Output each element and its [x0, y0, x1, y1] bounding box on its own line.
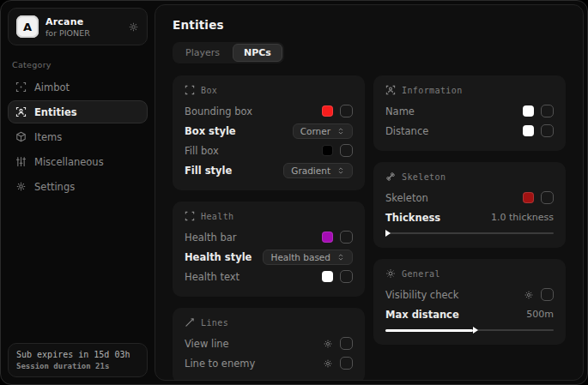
entity-type-tabs: Players NPCs	[173, 42, 284, 63]
color-swatch[interactable]	[322, 105, 333, 117]
lines-card: Lines View line Line to enemy	[173, 308, 365, 381]
sidebar-item-label: Aimbot	[34, 81, 70, 93]
max-distance-row: Max distance 500m	[385, 304, 554, 324]
sidebar-item-entities[interactable]: Entities	[8, 100, 148, 123]
bounding-box-checkbox[interactable]	[340, 105, 353, 117]
health-style-dropdown[interactable]: Health based	[263, 250, 353, 265]
sidebar-item-aimbot[interactable]: Aimbot	[8, 75, 148, 99]
unfold-icon	[336, 253, 345, 262]
box-card: Box Bounding box Box style Corner	[173, 75, 365, 190]
gear-icon[interactable]	[323, 358, 333, 369]
card-title: Lines	[201, 318, 228, 328]
slider-handle[interactable]	[473, 327, 478, 334]
health-card: Health Health bar Health style Health ba…	[173, 202, 365, 297]
row-label: Health text	[185, 271, 239, 283]
max-distance-slider[interactable]	[385, 326, 554, 334]
sidebar-nav: Aimbot Entities Items Miscellaneous Sett…	[8, 75, 148, 198]
row-label: Max distance	[385, 309, 459, 321]
page-title: Entities	[173, 18, 566, 32]
dropdown-value: Health based	[270, 252, 330, 262]
color-swatch[interactable]	[322, 232, 333, 243]
gear-icon	[15, 181, 27, 192]
color-swatch[interactable]	[322, 271, 333, 282]
max-distance-value: 500m	[526, 309, 554, 320]
row-label: Health style	[185, 251, 252, 263]
color-swatch[interactable]	[523, 105, 534, 117]
health-bar-row: Health bar	[185, 227, 353, 247]
card-title: General	[402, 269, 440, 279]
information-card: Information Name Distance	[373, 75, 566, 151]
thickness-slider[interactable]	[385, 229, 554, 238]
visibility-check-row: Visibility check	[385, 285, 554, 304]
app-name: Arcane	[45, 16, 90, 27]
unfold-icon	[336, 127, 345, 135]
thickness-row: Thickness 1.0 thickness	[385, 208, 554, 227]
subscription-info: Sub expires in 15d 03h Session duration …	[8, 343, 148, 377]
color-swatch[interactable]	[523, 125, 534, 136]
app-subtitle: for PIONER	[45, 28, 90, 38]
fill-box-checkbox[interactable]	[340, 144, 353, 157]
view-line-checkbox[interactable]	[340, 337, 353, 350]
line-to-enemy-checkbox[interactable]	[340, 357, 353, 370]
entity-scan-icon	[15, 106, 27, 117]
row-label: Distance	[385, 125, 428, 137]
row-label: Skeleton	[385, 192, 428, 204]
row-label: Visibility check	[385, 289, 459, 301]
gear-icon[interactable]	[323, 339, 333, 349]
corner-brackets-icon	[185, 85, 195, 95]
slider-handle[interactable]	[385, 230, 391, 237]
row-label: Fill style	[185, 165, 232, 177]
sidebar-item-label: Entities	[34, 106, 77, 118]
bounding-box-row: Bounding box	[185, 101, 353, 121]
health-style-row: Health style Health based	[185, 247, 353, 267]
health-bar-checkbox[interactable]	[340, 231, 353, 244]
color-swatch[interactable]	[523, 192, 534, 203]
tab-npcs[interactable]: NPCs	[233, 44, 282, 62]
tab-players[interactable]: Players	[174, 44, 231, 62]
row-label: Fill box	[185, 145, 219, 157]
name-row: Name	[385, 101, 554, 121]
app-window: A Arcane for PIONER Category Aimbot Enti…	[0, 0, 588, 385]
settings-gear-icon[interactable]	[128, 21, 139, 33]
sidebar-item-settings[interactable]: Settings	[8, 175, 148, 198]
sub-expiry-text: Sub expires in 15d 03h	[16, 350, 139, 359]
color-swatch[interactable]	[322, 145, 333, 156]
gear-icon[interactable]	[524, 290, 534, 300]
row-label: Bounding box	[185, 105, 252, 117]
sidebar-item-items[interactable]: Items	[8, 125, 148, 148]
card-title: Health	[201, 212, 234, 221]
fill-style-dropdown[interactable]: Gradient	[283, 163, 353, 178]
row-label: Health bar	[185, 232, 237, 244]
sidebar-item-label: Settings	[34, 181, 75, 193]
general-card: General Visibility check Max distance 50…	[373, 259, 566, 345]
name-checkbox[interactable]	[541, 105, 554, 117]
cube-icon	[15, 131, 27, 142]
box-style-dropdown[interactable]: Corner	[293, 123, 353, 139]
main-panel: Entities Players NPCs Box Bounding box	[155, 4, 584, 381]
app-logo: A	[16, 15, 39, 38]
distance-row: Distance	[385, 121, 554, 141]
sidebar-item-label: Items	[34, 131, 62, 143]
health-text-checkbox[interactable]	[340, 270, 353, 283]
sidebar-item-label: Miscellaneous	[34, 156, 104, 168]
skeleton-checkbox[interactable]	[541, 191, 554, 204]
row-label: Box style	[185, 125, 236, 137]
left-column: Box Bounding box Box style Corner	[173, 75, 365, 381]
row-label: Name	[385, 105, 415, 117]
sidebar: A Arcane for PIONER Category Aimbot Enti…	[1, 1, 155, 384]
visibility-check-checkbox[interactable]	[541, 288, 554, 301]
skeleton-card: Skeleton Skeleton Thickness 1.0 thicknes…	[373, 162, 566, 248]
sun-icon	[385, 268, 396, 279]
crosshair-icon	[15, 81, 27, 93]
health-text-row: Health text	[185, 267, 353, 286]
distance-checkbox[interactable]	[541, 124, 554, 137]
diagonal-line-icon	[185, 317, 195, 328]
row-label: Thickness	[385, 212, 440, 224]
sidebar-item-miscellaneous[interactable]: Miscellaneous	[8, 150, 148, 173]
thickness-value: 1.0 thickness	[491, 212, 554, 223]
fill-style-row: Fill style Gradient	[185, 160, 353, 180]
corner-brackets-icon	[185, 211, 195, 221]
category-label: Category	[12, 60, 143, 69]
skeleton-row: Skeleton	[385, 188, 554, 208]
brand-card: A Arcane for PIONER	[8, 8, 148, 45]
